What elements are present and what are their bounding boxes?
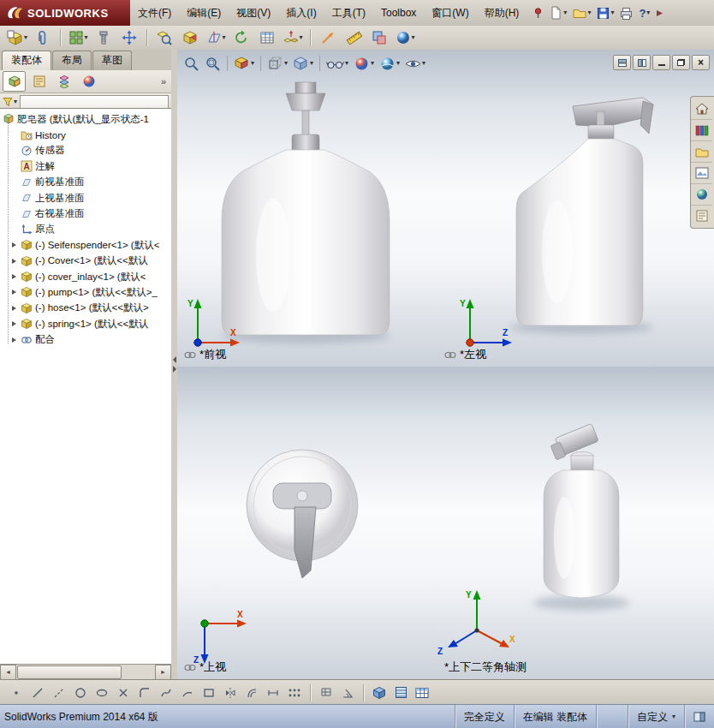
tree-item-component-hose[interactable]: (-) hose<1> (默认<<默认> [0,301,171,316]
appearances-tab[interactable] [691,184,712,206]
viewport-top[interactable]: X Z *上视 [177,367,438,679]
status-toggle-icon[interactable] [684,705,714,728]
expand-arrow-icon[interactable] [12,259,20,264]
scrollbar-thumb[interactable] [17,665,122,679]
tab-layout[interactable]: 布局 [52,51,92,70]
tree-item-annotations[interactable]: A 注解 [0,158,171,174]
tab-sketch[interactable]: 草图 [92,51,132,70]
insert-components-button[interactable]: ▾ [5,27,29,48]
edit-appearance-toolbar-button[interactable]: ▾ [393,27,417,48]
toolbar-expand-icon[interactable] [653,3,666,23]
mirror-entities-button[interactable] [221,683,240,702]
viewport-isometric[interactable]: Y X Z *上下二等角轴测 [437,367,714,679]
close-button[interactable]: × [692,55,710,70]
trim-entities-button[interactable] [114,683,133,702]
panel-horizontal-scrollbar[interactable]: ◄ ► [0,664,171,679]
tree-item-assembly-root[interactable]: 肥皂器 (默认(默认_显示状态-1 [0,111,171,127]
splitter-collapse-arrows[interactable] [171,356,177,373]
sketch-fillet-button[interactable] [135,683,154,702]
print-button[interactable] [617,3,635,23]
isometric-view-button[interactable] [370,683,389,702]
tree-item-right-plane[interactable]: 右视基准面 [0,206,171,221]
tile-vertical-button[interactable] [633,55,651,70]
save-button[interactable]: ▾ [594,3,616,23]
featuremanager-tree-tab[interactable] [3,71,26,92]
tile-horizontal-button[interactable] [613,55,631,70]
minimize-button[interactable] [652,55,670,70]
panel-overflow-chevrons[interactable]: » [161,76,169,87]
solidworks-resources-tab[interactable] [691,98,712,120]
tree-item-front-plane[interactable]: 前视基准面 [0,175,171,190]
menu-view[interactable]: 视图(V) [229,1,278,26]
zoom-fit-button[interactable] [181,53,201,74]
filter-funnel-icon[interactable]: ▾ [3,97,17,107]
new-motion-study-button[interactable] [229,27,253,48]
section-view-button[interactable]: ▾ [232,53,256,74]
display-style-button[interactable]: ▾ [291,53,315,74]
evaluate-table-button[interactable] [413,683,431,702]
tree-item-origin[interactable]: 原点 [0,222,171,237]
view-settings-button[interactable]: ▾ [403,53,427,74]
hide-show-items-button[interactable]: ▾ [324,53,350,74]
restore-button[interactable] [672,55,690,70]
status-custom-dropdown[interactable]: 自定义 ▾ [628,705,684,728]
displaymanager-tab[interactable] [77,71,100,92]
open-button[interactable]: ▾ [570,3,593,23]
bill-of-materials-button[interactable] [255,27,279,48]
help-button[interactable]: ?▾ [636,3,652,23]
zoom-area-button[interactable] [203,53,223,74]
menu-window[interactable]: 窗口(W) [424,1,476,26]
angle-snap-button[interactable] [338,683,357,702]
filter-input[interactable] [20,95,169,109]
configurationmanager-tab[interactable] [52,71,75,92]
ellipse-tool-button[interactable] [92,683,111,702]
view-orientation-button[interactable]: ▾ [265,53,289,74]
tab-assembly[interactable]: 装配体 [2,51,51,70]
tree-item-component-cover[interactable]: (-) Cover<1> (默认<<默认 [0,254,171,269]
move-component-button[interactable] [117,27,141,48]
pin-menu-icon[interactable] [530,3,546,23]
arc-tool-button[interactable] [178,683,197,702]
menu-edit[interactable]: 编辑(E) [179,1,229,26]
expand-arrow-icon[interactable] [12,289,20,295]
collapse-right-icon[interactable] [173,366,176,373]
interference-detection-button[interactable] [367,27,391,48]
instant3d-button[interactable] [316,27,340,48]
view-palette-tab[interactable] [691,163,712,184]
show-hidden-components-button[interactable] [152,27,176,48]
menu-file[interactable]: 文件(F) [130,1,179,26]
assembly-features-button[interactable] [178,27,202,48]
smart-fasteners-button[interactable] [92,27,116,48]
expand-arrow-icon[interactable] [12,321,20,326]
reference-geometry-button[interactable]: ▾ [204,27,228,48]
expand-arrow-icon[interactable] [12,306,20,311]
measure-button[interactable] [342,27,366,48]
expand-arrow-icon[interactable] [12,337,20,343]
tree-item-component-seifenspender[interactable]: (-) Seifenspender<1> (默认< [0,237,171,253]
edit-appearance-button[interactable]: ▾ [352,53,376,74]
tree-item-mates[interactable]: 配合 [0,331,171,347]
new-document-button[interactable]: ▾ [547,3,569,23]
scroll-right-button[interactable]: ► [155,665,171,680]
exploded-view-button[interactable]: ▾ [281,27,305,48]
menu-tools[interactable]: 工具(T) [324,1,373,26]
tree-item-component-cover-inlay[interactable]: (-) cover_inlay<1> (默认< [0,269,171,284]
spline-tool-button[interactable] [157,683,176,702]
design-library-tab[interactable] [691,120,712,141]
centerline-tool-button[interactable] [50,683,68,702]
section-face-button[interactable] [391,683,410,702]
collapse-left-icon[interactable] [173,356,176,363]
custom-properties-tab[interactable] [691,206,712,226]
offset-entities-button[interactable] [242,683,261,702]
propertymanager-tab[interactable] [27,71,51,92]
linear-component-pattern-button[interactable]: ▾ [66,27,90,48]
file-explorer-tab[interactable] [691,141,712,163]
viewport-front[interactable]: Y X *前视 [177,50,438,367]
expand-arrow-icon[interactable] [12,242,20,248]
circle-tool-button[interactable] [71,683,90,702]
tree-item-component-pump[interactable]: (-) pump<1> (默认<<默认>_ [0,284,171,300]
tree-item-sensors[interactable]: 传感器 [0,143,171,158]
menu-help[interactable]: 帮助(H) [477,1,527,26]
linear-sketch-pattern-button[interactable] [285,683,304,702]
apply-scene-button[interactable]: ▾ [378,53,402,74]
